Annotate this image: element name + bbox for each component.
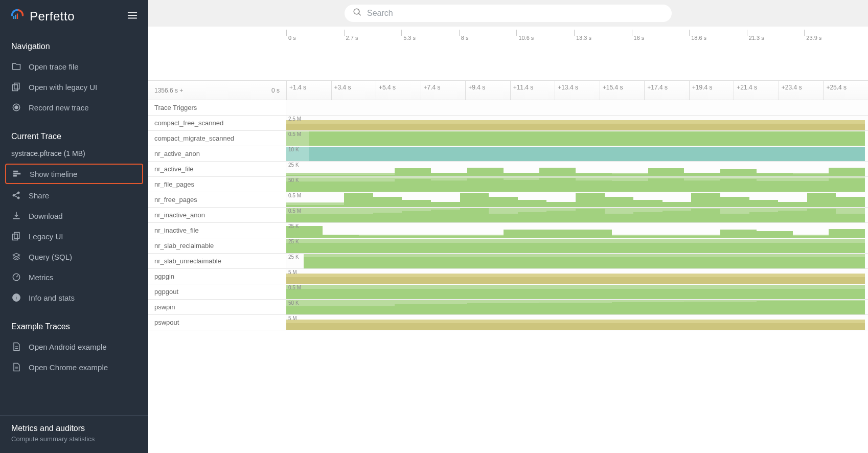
- track-row[interactable]: compact_free_scanned2.5 M: [148, 116, 868, 131]
- timeline-icon: [12, 169, 22, 179]
- sidebar-item-label: Open trace file: [29, 62, 79, 71]
- ruler-tick: 13.3 s: [574, 30, 632, 36]
- time-ruler[interactable]: 1356.6 s + 0 s +1.4 s+3.4 s+5.4 s+7.4 s+…: [148, 81, 868, 100]
- track-row[interactable]: nr_file_pages50 K: [148, 177, 868, 192]
- nav-item-open-with-legacy-ui[interactable]: Open with legacy UI: [0, 77, 148, 97]
- track-name: nr_active_anon: [148, 146, 286, 161]
- track-data[interactable]: 0.5 M: [286, 192, 868, 207]
- copy-icon: [11, 82, 21, 92]
- track-data[interactable]: 0.5 M: [286, 131, 868, 146]
- sidebar-item-label: Record new trace: [29, 103, 89, 112]
- menu-icon[interactable]: [127, 10, 138, 23]
- track-name: compact_migrate_scanned: [148, 131, 286, 146]
- search-input[interactable]: [367, 9, 664, 18]
- sidebar: Perfetto Navigation Open trace fileOpen …: [0, 0, 148, 453]
- track-row[interactable]: pgpgin5 M: [148, 269, 868, 284]
- time-tick: +11.4 s: [510, 81, 555, 100]
- doc-icon: [11, 362, 21, 372]
- nav-item-open-trace-file[interactable]: Open trace file: [0, 56, 148, 77]
- track-data[interactable]: 0.5 M: [286, 208, 868, 222]
- time-tick: +23.4 s: [779, 81, 824, 100]
- track-data[interactable]: 25 K: [286, 223, 868, 238]
- track-scale-label: 50 K: [288, 177, 299, 183]
- track-list[interactable]: Trace Triggerscompact_free_scanned2.5 Mc…: [148, 100, 868, 453]
- track-data[interactable]: 2.5 M: [286, 116, 868, 130]
- track-row[interactable]: Trace Triggers: [148, 100, 868, 116]
- trace-item-share[interactable]: Share: [0, 185, 148, 206]
- trace-item-info-and-stats[interactable]: iInfo and stats: [0, 287, 148, 308]
- track-data[interactable]: 10 K: [286, 146, 868, 161]
- track-row[interactable]: nr_slab_unreclaimable25 K: [148, 254, 868, 269]
- footer-subtitle: Compute summary statistics: [11, 435, 137, 443]
- track-name: nr_inactive_anon: [148, 208, 286, 222]
- track-row[interactable]: nr_slab_reclaimable25 K: [148, 238, 868, 254]
- example-item-open-chrome-example[interactable]: Open Chrome example: [0, 357, 148, 377]
- search-box[interactable]: [345, 5, 672, 22]
- track-scale-label: 0.5 M: [288, 193, 301, 198]
- time-tick: +5.4 s: [376, 81, 421, 100]
- track-data[interactable]: 25 K: [286, 238, 868, 253]
- track-row[interactable]: pgpgout0.5 M: [148, 284, 868, 300]
- time-offset-label: 1356.6 s +: [154, 87, 183, 94]
- track-row[interactable]: pswpout5 M: [148, 315, 868, 330]
- track-scale-label: 5 M: [288, 315, 297, 321]
- track-data[interactable]: 50 K: [286, 177, 868, 192]
- track-name: nr_active_file: [148, 162, 286, 176]
- logo-icon: [10, 8, 25, 25]
- svg-rect-0: [13, 16, 14, 19]
- track-row[interactable]: nr_active_anon10 K: [148, 146, 868, 162]
- time-tick: +21.4 s: [734, 81, 779, 100]
- sidebar-item-label: Open Chrome example: [29, 363, 108, 372]
- trace-filename: systrace.pftrace (1 MB): [0, 146, 148, 163]
- sidebar-item-label: Legacy UI: [29, 232, 63, 241]
- time-tick: +9.4 s: [465, 81, 510, 100]
- trace-item-download[interactable]: Download: [0, 206, 148, 226]
- main-panel: 0 s2.7 s5.3 s8 s10.6 s13.3 s16 s18.6 s21…: [148, 0, 868, 453]
- track-data[interactable]: 25 K: [286, 254, 868, 268]
- track-data[interactable]: 5 M: [286, 315, 868, 330]
- trace-item-show-timeline[interactable]: Show timeline: [5, 164, 143, 184]
- sidebar-item-label: Query (SQL): [29, 253, 72, 261]
- sidebar-item-label: Show timeline: [30, 170, 77, 178]
- app-title: Perfetto: [30, 9, 75, 24]
- trace-item-legacy-ui[interactable]: Legacy UI: [0, 226, 148, 246]
- track-scale-label: 50 K: [288, 300, 299, 306]
- track-scale-label: 0.5 M: [288, 131, 301, 137]
- track-scale-label: 25 K: [288, 162, 299, 168]
- time-tick: +15.4 s: [600, 81, 645, 100]
- track-row[interactable]: nr_free_pages0.5 M: [148, 192, 868, 208]
- track-row[interactable]: nr_inactive_file25 K: [148, 223, 868, 238]
- track-name: nr_file_pages: [148, 177, 286, 192]
- app-logo[interactable]: Perfetto: [10, 8, 75, 25]
- ruler-tick: 8 s: [459, 30, 517, 36]
- track-scale-label: 5 M: [288, 269, 297, 275]
- track-data[interactable]: [286, 100, 868, 115]
- doc-icon: [11, 342, 21, 352]
- example-item-open-android-example[interactable]: Open Android example: [0, 336, 148, 357]
- track-row[interactable]: nr_inactive_anon0.5 M: [148, 208, 868, 223]
- ruler-tick: 10.6 s: [516, 30, 574, 36]
- track-name: pswpout: [148, 315, 286, 330]
- share-icon: [11, 190, 21, 200]
- sidebar-item-label: Open Android example: [29, 343, 107, 351]
- trace-item-query-sql-[interactable]: Query (SQL): [0, 246, 148, 267]
- track-name: compact_free_scanned: [148, 116, 286, 130]
- track-data[interactable]: 25 K: [286, 162, 868, 176]
- time-tick: +19.4 s: [689, 81, 734, 100]
- examples-title: Example Traces: [0, 315, 148, 336]
- track-data[interactable]: 5 M: [286, 269, 868, 284]
- overview-ruler[interactable]: 0 s2.7 s5.3 s8 s10.6 s13.3 s16 s18.6 s21…: [148, 27, 868, 81]
- track-data[interactable]: 50 K: [286, 300, 868, 314]
- sidebar-item-label: Share: [29, 191, 49, 200]
- svg-point-6: [15, 106, 18, 109]
- track-data[interactable]: 0.5 M: [286, 284, 868, 299]
- track-row[interactable]: nr_active_file25 K: [148, 162, 868, 177]
- trace-item-metrics[interactable]: Metrics: [0, 267, 148, 287]
- track-row[interactable]: compact_migrate_scanned0.5 M: [148, 131, 868, 146]
- folder-icon: [11, 61, 21, 72]
- sidebar-footer[interactable]: Metrics and auditors Compute summary sta…: [0, 415, 148, 453]
- track-name: pgpgin: [148, 269, 286, 284]
- track-scale-label: 25 K: [288, 254, 299, 260]
- nav-item-record-new-trace[interactable]: Record new trace: [0, 97, 148, 118]
- track-row[interactable]: pswpin50 K: [148, 300, 868, 315]
